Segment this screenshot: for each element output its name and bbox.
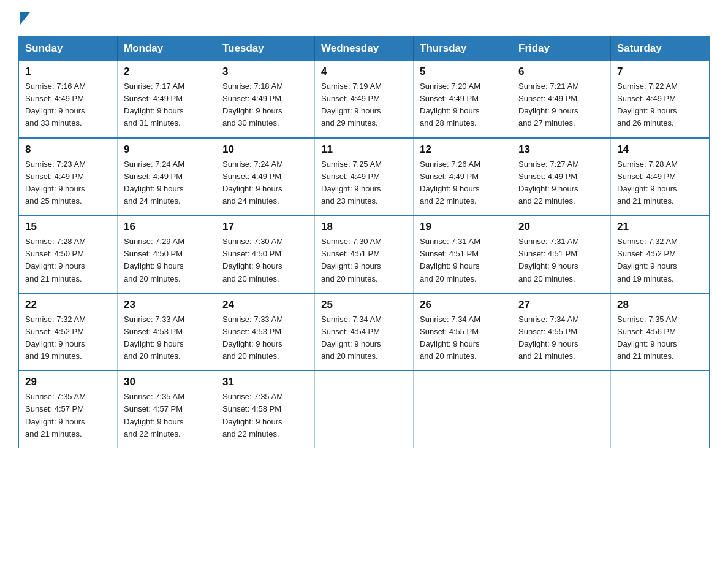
day-number: 22 — [25, 299, 111, 311]
calendar-day-cell: 24 Sunrise: 7:33 AMSunset: 4:53 PMDaylig… — [216, 293, 315, 371]
calendar-day-cell: 20 Sunrise: 7:31 AMSunset: 4:51 PMDaylig… — [512, 215, 611, 293]
calendar-day-cell: 8 Sunrise: 7:23 AMSunset: 4:49 PMDayligh… — [19, 138, 118, 216]
day-number: 1 — [25, 66, 111, 78]
day-number: 17 — [222, 221, 308, 233]
logo-triangle-icon — [20, 12, 30, 25]
calendar-day-header: Sunday — [19, 36, 118, 61]
day-number: 11 — [321, 144, 407, 156]
calendar-day-cell: 1 Sunrise: 7:16 AMSunset: 4:49 PMDayligh… — [19, 61, 118, 138]
day-info: Sunrise: 7:27 AMSunset: 4:49 PMDaylight:… — [518, 158, 604, 208]
page-header — [18, 12, 710, 23]
calendar-day-cell: 15 Sunrise: 7:28 AMSunset: 4:50 PMDaylig… — [19, 215, 118, 293]
day-info: Sunrise: 7:23 AMSunset: 4:49 PMDaylight:… — [25, 158, 111, 208]
calendar-day-cell: 3 Sunrise: 7:18 AMSunset: 4:49 PMDayligh… — [216, 61, 315, 138]
day-info: Sunrise: 7:19 AMSunset: 4:49 PMDaylight:… — [321, 80, 407, 130]
calendar-day-cell — [512, 370, 611, 448]
day-number: 7 — [617, 66, 703, 78]
day-info: Sunrise: 7:32 AMSunset: 4:52 PMDaylight:… — [617, 236, 703, 285]
day-info: Sunrise: 7:20 AMSunset: 4:49 PMDaylight:… — [420, 80, 506, 130]
day-number: 26 — [420, 299, 506, 311]
day-info: Sunrise: 7:29 AMSunset: 4:50 PMDaylight:… — [124, 236, 210, 285]
day-number: 31 — [222, 376, 308, 388]
calendar-day-cell: 28 Sunrise: 7:35 AMSunset: 4:56 PMDaylig… — [611, 293, 710, 371]
calendar-week-row: 8 Sunrise: 7:23 AMSunset: 4:49 PMDayligh… — [19, 138, 710, 216]
calendar-day-header: Thursday — [414, 36, 512, 61]
calendar-week-row: 15 Sunrise: 7:28 AMSunset: 4:50 PMDaylig… — [19, 215, 710, 293]
day-number: 2 — [124, 66, 210, 78]
calendar-day-cell: 22 Sunrise: 7:32 AMSunset: 4:52 PMDaylig… — [19, 293, 118, 371]
day-number: 27 — [518, 299, 604, 311]
day-number: 29 — [25, 376, 111, 388]
day-number: 4 — [321, 66, 407, 78]
day-info: Sunrise: 7:24 AMSunset: 4:49 PMDaylight:… — [222, 158, 308, 208]
calendar-day-cell: 5 Sunrise: 7:20 AMSunset: 4:49 PMDayligh… — [414, 61, 512, 138]
calendar-day-header: Tuesday — [216, 36, 315, 61]
day-info: Sunrise: 7:35 AMSunset: 4:56 PMDaylight:… — [617, 313, 703, 363]
calendar-day-cell: 26 Sunrise: 7:34 AMSunset: 4:55 PMDaylig… — [414, 293, 512, 371]
day-info: Sunrise: 7:31 AMSunset: 4:51 PMDaylight:… — [420, 236, 506, 285]
day-info: Sunrise: 7:22 AMSunset: 4:49 PMDaylight:… — [617, 80, 703, 130]
day-info: Sunrise: 7:32 AMSunset: 4:52 PMDaylight:… — [25, 313, 111, 363]
day-info: Sunrise: 7:35 AMSunset: 4:57 PMDaylight:… — [25, 391, 111, 440]
day-number: 3 — [222, 66, 308, 78]
calendar-week-row: 1 Sunrise: 7:16 AMSunset: 4:49 PMDayligh… — [19, 61, 710, 138]
calendar-header-row: SundayMondayTuesdayWednesdayThursdayFrid… — [19, 36, 710, 61]
calendar-day-cell: 19 Sunrise: 7:31 AMSunset: 4:51 PMDaylig… — [414, 215, 512, 293]
calendar-day-cell: 30 Sunrise: 7:35 AMSunset: 4:57 PMDaylig… — [118, 370, 216, 448]
day-info: Sunrise: 7:30 AMSunset: 4:51 PMDaylight:… — [321, 236, 407, 285]
day-info: Sunrise: 7:18 AMSunset: 4:49 PMDaylight:… — [222, 80, 308, 130]
day-number: 6 — [518, 66, 604, 78]
calendar-day-cell: 4 Sunrise: 7:19 AMSunset: 4:49 PMDayligh… — [315, 61, 414, 138]
day-number: 5 — [420, 66, 506, 78]
calendar-day-cell: 10 Sunrise: 7:24 AMSunset: 4:49 PMDaylig… — [216, 138, 315, 216]
calendar-week-row: 29 Sunrise: 7:35 AMSunset: 4:57 PMDaylig… — [19, 370, 710, 448]
day-number: 10 — [222, 144, 308, 156]
day-info: Sunrise: 7:30 AMSunset: 4:50 PMDaylight:… — [222, 236, 308, 285]
calendar-day-cell: 2 Sunrise: 7:17 AMSunset: 4:49 PMDayligh… — [118, 61, 216, 138]
day-number: 9 — [124, 144, 210, 156]
calendar-day-cell: 31 Sunrise: 7:35 AMSunset: 4:58 PMDaylig… — [216, 370, 315, 448]
calendar-day-cell: 25 Sunrise: 7:34 AMSunset: 4:54 PMDaylig… — [315, 293, 414, 371]
calendar-day-cell — [414, 370, 512, 448]
calendar-day-cell: 16 Sunrise: 7:29 AMSunset: 4:50 PMDaylig… — [118, 215, 216, 293]
day-number: 12 — [420, 144, 506, 156]
calendar-day-cell: 6 Sunrise: 7:21 AMSunset: 4:49 PMDayligh… — [512, 61, 611, 138]
calendar-day-cell — [611, 370, 710, 448]
logo — [18, 12, 30, 23]
day-info: Sunrise: 7:24 AMSunset: 4:49 PMDaylight:… — [124, 158, 210, 208]
day-info: Sunrise: 7:31 AMSunset: 4:51 PMDaylight:… — [518, 236, 604, 285]
day-info: Sunrise: 7:35 AMSunset: 4:58 PMDaylight:… — [222, 391, 308, 440]
day-number: 28 — [617, 299, 703, 311]
calendar-day-cell: 29 Sunrise: 7:35 AMSunset: 4:57 PMDaylig… — [19, 370, 118, 448]
calendar-day-cell: 17 Sunrise: 7:30 AMSunset: 4:50 PMDaylig… — [216, 215, 315, 293]
day-number: 25 — [321, 299, 407, 311]
day-number: 14 — [617, 144, 703, 156]
calendar-day-cell: 13 Sunrise: 7:27 AMSunset: 4:49 PMDaylig… — [512, 138, 611, 216]
calendar-day-header: Wednesday — [315, 36, 414, 61]
day-number: 15 — [25, 221, 111, 233]
day-info: Sunrise: 7:28 AMSunset: 4:50 PMDaylight:… — [25, 236, 111, 285]
day-info: Sunrise: 7:17 AMSunset: 4:49 PMDaylight:… — [124, 80, 210, 130]
day-number: 30 — [124, 376, 210, 388]
calendar-day-header: Saturday — [611, 36, 710, 61]
calendar-day-cell: 27 Sunrise: 7:34 AMSunset: 4:55 PMDaylig… — [512, 293, 611, 371]
calendar-table: SundayMondayTuesdayWednesdayThursdayFrid… — [18, 36, 710, 448]
calendar-day-header: Monday — [118, 36, 216, 61]
day-number: 16 — [124, 221, 210, 233]
calendar-day-cell: 11 Sunrise: 7:25 AMSunset: 4:49 PMDaylig… — [315, 138, 414, 216]
day-number: 24 — [222, 299, 308, 311]
day-info: Sunrise: 7:28 AMSunset: 4:49 PMDaylight:… — [617, 158, 703, 208]
calendar-day-cell: 7 Sunrise: 7:22 AMSunset: 4:49 PMDayligh… — [611, 61, 710, 138]
calendar-day-cell: 12 Sunrise: 7:26 AMSunset: 4:49 PMDaylig… — [414, 138, 512, 216]
calendar-day-cell — [315, 370, 414, 448]
calendar-day-cell: 23 Sunrise: 7:33 AMSunset: 4:53 PMDaylig… — [118, 293, 216, 371]
day-info: Sunrise: 7:35 AMSunset: 4:57 PMDaylight:… — [124, 391, 210, 440]
day-info: Sunrise: 7:34 AMSunset: 4:55 PMDaylight:… — [420, 313, 506, 363]
calendar-day-cell: 21 Sunrise: 7:32 AMSunset: 4:52 PMDaylig… — [611, 215, 710, 293]
day-info: Sunrise: 7:33 AMSunset: 4:53 PMDaylight:… — [124, 313, 210, 363]
day-info: Sunrise: 7:21 AMSunset: 4:49 PMDaylight:… — [518, 80, 604, 130]
day-number: 21 — [617, 221, 703, 233]
calendar-week-row: 22 Sunrise: 7:32 AMSunset: 4:52 PMDaylig… — [19, 293, 710, 371]
day-number: 19 — [420, 221, 506, 233]
day-number: 18 — [321, 221, 407, 233]
